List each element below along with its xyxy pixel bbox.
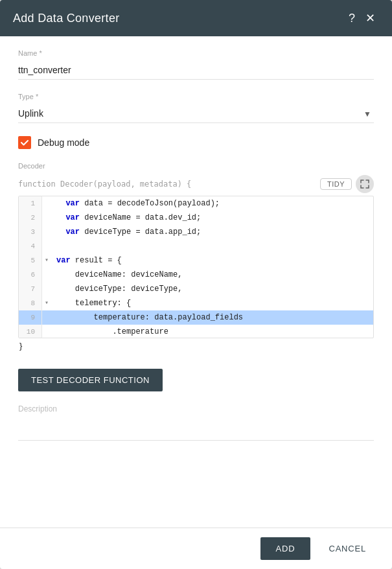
- type-select-wrapper: Uplink Downlink ▼: [18, 104, 374, 123]
- dialog-header: Add Data Converter ? ✕: [0, 0, 392, 36]
- header-actions: ? ✕: [343, 9, 379, 27]
- code-toolbar: TIDY: [320, 175, 374, 193]
- decoder-label: Decoder: [18, 162, 374, 170]
- code-header: function Decoder(payload, metadata) { TI…: [18, 175, 374, 193]
- tidy-button[interactable]: TIDY: [320, 178, 352, 190]
- code-line-2: 2 var deviceName = data.dev_id;: [19, 211, 373, 225]
- dialog-footer: ADD CANCEL: [0, 528, 392, 569]
- debug-checkbox[interactable]: [18, 136, 31, 149]
- type-select[interactable]: Uplink Downlink: [18, 104, 374, 123]
- code-editor[interactable]: 1 var data = decodeToJson(payload); 2 va…: [18, 196, 374, 338]
- code-line-5: 5 ▾ var result = {: [19, 253, 373, 268]
- code-line-3: 3 var deviceType = data.app_id;: [19, 225, 373, 239]
- decoder-section: Decoder function Decoder(payload, metada…: [18, 162, 374, 351]
- closing-brace: }: [18, 341, 374, 351]
- code-line-6: 6 deviceName: deviceName,: [19, 268, 373, 282]
- cancel-button[interactable]: CANCEL: [316, 537, 379, 560]
- description-input[interactable]: [18, 417, 374, 441]
- type-field-group: Type * Uplink Downlink ▼: [18, 93, 374, 123]
- code-lines: 1 var data = decodeToJson(payload); 2 va…: [19, 196, 373, 338]
- help-icon: ?: [349, 12, 355, 25]
- debug-label: Debug mode: [38, 137, 89, 148]
- debug-mode-row[interactable]: Debug mode: [18, 136, 374, 149]
- code-line-9: 9 temperature: data.payload_fields: [19, 310, 373, 325]
- checkmark-icon: [20, 138, 29, 147]
- add-button[interactable]: ADD: [260, 537, 311, 560]
- code-line-1: 1 var data = decodeToJson(payload);: [19, 196, 373, 211]
- test-decoder-button[interactable]: TEST DECODER FUNCTION: [18, 369, 163, 391]
- help-button[interactable]: ?: [343, 9, 361, 27]
- close-icon: ✕: [365, 11, 375, 25]
- type-label: Type *: [18, 93, 374, 100]
- fn-signature: function Decoder(payload, metadata) {: [18, 180, 191, 189]
- name-field-group: Name *: [18, 49, 374, 80]
- dialog-body: Name * Type * Uplink Downlink ▼ Debug mo…: [0, 36, 392, 528]
- dialog-title: Add Data Converter: [13, 12, 119, 25]
- name-input[interactable]: [18, 61, 374, 80]
- name-label: Name *: [18, 49, 374, 57]
- add-data-converter-dialog: Add Data Converter ? ✕ Name * Type * Upl…: [0, 0, 392, 569]
- code-line-8: 8 ▾ telemetry: {: [19, 296, 373, 310]
- expand-button[interactable]: [356, 175, 374, 193]
- code-line-4: 4: [19, 239, 373, 253]
- expand-icon: [360, 180, 369, 189]
- code-line-10: 10 .temperature: [19, 325, 373, 338]
- close-button[interactable]: ✕: [361, 9, 379, 27]
- description-label: Description: [18, 404, 374, 413]
- description-field-group: Description: [18, 404, 374, 441]
- code-line-7: 7 deviceType: deviceType,: [19, 282, 373, 296]
